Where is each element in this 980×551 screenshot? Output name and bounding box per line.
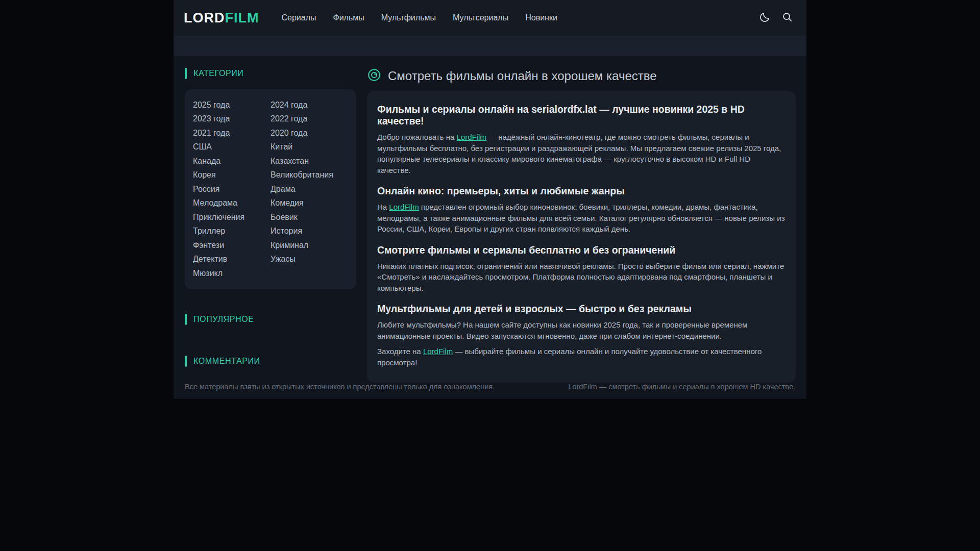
lordfilm-link[interactable]: LordFilm bbox=[389, 203, 419, 211]
article-paragraph: Любите мультфильмы? На нашем сайте досту… bbox=[377, 319, 786, 341]
category-link[interactable]: История bbox=[271, 224, 348, 239]
sidebar-section-popular: ПОПУЛЯРНОЕ bbox=[185, 314, 356, 325]
category-link[interactable]: 2021 года bbox=[193, 126, 271, 140]
logo-text-lord: LORD bbox=[184, 10, 225, 26]
category-link[interactable]: Комедия bbox=[271, 196, 348, 211]
article-paragraph: Добро пожаловать на LordFilm — надёжный … bbox=[377, 132, 786, 176]
article-paragraph: Никаких платных подписок, ограничений ил… bbox=[377, 261, 786, 294]
category-link[interactable]: Россия bbox=[193, 182, 271, 196]
logo-text-film: FILM bbox=[225, 10, 259, 26]
paragraph-text: Заходите на bbox=[377, 347, 423, 356]
lordfilm-link[interactable]: LordFilm bbox=[457, 133, 486, 141]
categories-card: 2025 года 2023 года 2021 года США Канада… bbox=[185, 89, 356, 289]
nav-item-cartoon-series[interactable]: Мультсериалы bbox=[453, 13, 508, 22]
header: LORDFILM Сериалы Фильмы Мультфильмы Муль… bbox=[174, 0, 806, 36]
category-link[interactable]: Боевик bbox=[271, 210, 348, 224]
category-link[interactable]: Драма bbox=[271, 182, 348, 196]
categories-title: КАТЕГОРИИ bbox=[193, 69, 243, 78]
nav-item-films[interactable]: Фильмы bbox=[333, 13, 364, 22]
subheader-strip bbox=[174, 36, 806, 56]
categories-column-1: 2025 года 2023 года 2021 года США Канада… bbox=[193, 98, 271, 281]
page-title: Смотреть фильмы онлайн в хорошем качеств… bbox=[388, 69, 657, 83]
footer: Все материалы взяты из открытых источник… bbox=[174, 383, 806, 391]
popular-title: ПОПУЛЯРНОЕ bbox=[193, 315, 254, 324]
page-title-row: Смотреть фильмы онлайн в хорошем качеств… bbox=[367, 68, 796, 84]
article-heading: Онлайн кино: премьеры, хиты и любимые жа… bbox=[377, 185, 786, 197]
nav-item-cartoons[interactable]: Мультфильмы bbox=[381, 13, 436, 22]
sidebar-section-comments: КОММЕНТАРИИ bbox=[185, 356, 356, 367]
footer-tagline: LordFilm — смотреть фильмы и сериалы в х… bbox=[568, 383, 795, 391]
search-button[interactable] bbox=[781, 11, 793, 24]
paragraph-text: На bbox=[377, 203, 389, 211]
seo-text-card: Фильмы и сериалы онлайн на serialordfx.l… bbox=[367, 91, 796, 383]
category-link[interactable]: 2024 года bbox=[271, 98, 348, 112]
section-accent-bar bbox=[185, 68, 187, 79]
moon-icon bbox=[759, 11, 771, 24]
article-heading: Мультфильмы для детей и взрослых — быстр… bbox=[377, 303, 786, 315]
category-link[interactable]: Ужасы bbox=[271, 253, 348, 267]
comments-title: КОММЕНТАРИИ bbox=[193, 357, 260, 366]
category-link[interactable]: 2020 года bbox=[271, 126, 348, 140]
category-link[interactable]: Детектив bbox=[193, 253, 271, 267]
search-icon bbox=[781, 11, 793, 24]
nav-item-serials[interactable]: Сериалы bbox=[281, 13, 316, 22]
category-link[interactable]: Триллер bbox=[193, 224, 271, 239]
article-paragraph: На LordFilm представлен огромный выбор к… bbox=[377, 202, 786, 235]
lordfilm-link[interactable]: LordFilm bbox=[423, 347, 453, 356]
category-link[interactable]: Китай bbox=[271, 140, 348, 155]
article-heading: Смотрите фильмы и сериалы бесплатно и бе… bbox=[377, 244, 786, 256]
sidebar-section-categories: КАТЕГОРИИ bbox=[185, 68, 356, 79]
nav-item-new[interactable]: Новинки bbox=[525, 13, 557, 22]
category-link[interactable]: Великобритания bbox=[271, 168, 348, 183]
article-paragraph: Заходите на LordFilm — выбирайте фильмы … bbox=[377, 346, 786, 368]
content-area: КАТЕГОРИИ 2025 года 2023 года 2021 года … bbox=[174, 56, 806, 383]
category-link[interactable]: 2022 года bbox=[271, 112, 348, 127]
category-link[interactable]: 2023 года bbox=[193, 112, 271, 127]
main-panel: Смотреть фильмы онлайн в хорошем качеств… bbox=[367, 68, 796, 383]
page-container: LORDFILM Сериалы Фильмы Мультфильмы Муль… bbox=[174, 0, 806, 399]
logo[interactable]: LORDFILM bbox=[184, 10, 259, 26]
paragraph-text: представлен огромный выбор киноновинок: … bbox=[377, 203, 785, 233]
main-nav: Сериалы Фильмы Мультфильмы Мультсериалы … bbox=[281, 13, 557, 22]
paragraph-text: Добро пожаловать на bbox=[377, 133, 457, 141]
category-link[interactable]: Корея bbox=[193, 168, 271, 183]
header-actions bbox=[759, 11, 793, 24]
category-link[interactable]: Криминал bbox=[271, 238, 348, 253]
category-link[interactable]: Приключения bbox=[193, 210, 271, 224]
category-link[interactable]: Фэнтези bbox=[193, 238, 271, 253]
category-link[interactable]: Мелодрама bbox=[193, 196, 271, 211]
disc-icon bbox=[367, 68, 381, 84]
category-link[interactable]: США bbox=[193, 140, 271, 155]
footer-disclaimer: Все материалы взяты из открытых источник… bbox=[185, 383, 495, 391]
category-link[interactable]: Казахстан bbox=[271, 154, 348, 168]
category-link[interactable]: Канада bbox=[193, 154, 271, 168]
category-link[interactable]: 2025 года bbox=[193, 98, 271, 112]
theme-toggle-button[interactable] bbox=[759, 11, 771, 24]
section-accent-bar bbox=[185, 356, 187, 367]
sidebar: КАТЕГОРИИ 2025 года 2023 года 2021 года … bbox=[185, 68, 356, 383]
category-link[interactable]: Мюзикл bbox=[193, 266, 271, 281]
categories-column-2: 2024 года 2022 года 2020 года Китай Каза… bbox=[271, 98, 348, 281]
article-heading: Фильмы и сериалы онлайн на serialordfx.l… bbox=[377, 104, 786, 127]
section-accent-bar bbox=[185, 314, 187, 325]
